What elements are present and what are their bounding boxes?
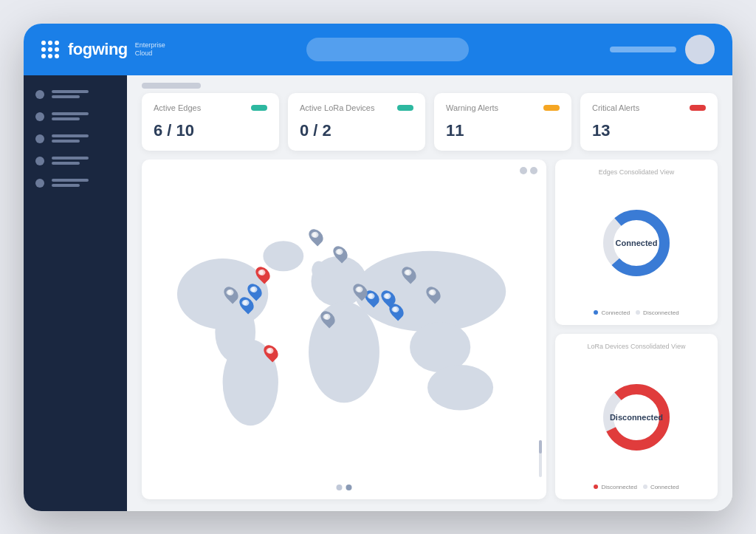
map-marker: [427, 286, 439, 305]
chart-legend-1: Disconnected Connected: [594, 484, 678, 490]
stat-value-1: 0 / 2: [300, 121, 413, 140]
sidebar-dot: [35, 179, 44, 188]
stat-value-3: 13: [592, 121, 706, 140]
top-navigation: fogwing Enterprise Cloud: [24, 24, 732, 75]
map-marker: [403, 266, 415, 285]
map-marker: [257, 266, 269, 285]
sidebar-item-0[interactable]: [35, 90, 115, 99]
stat-label-1: Active LoRa Devices: [300, 103, 375, 112]
sidebar-dot: [35, 112, 44, 121]
donut-label-1: Disconnected: [610, 413, 663, 422]
map-marker: [310, 228, 322, 247]
stat-indicator-3: [690, 105, 706, 111]
sidebar-dot: [35, 90, 44, 99]
map-marker: [391, 303, 402, 322]
stat-indicator-1: [397, 105, 413, 111]
stat-card-1: Active LoRa Devices 0 / 2: [288, 93, 425, 151]
sidebar-item-3[interactable]: [35, 157, 115, 165]
map-marker: [249, 283, 261, 302]
sidebar-item-2[interactable]: [35, 134, 115, 143]
stats-row: Active Edges 6 / 10 Active LoRa Devices …: [127, 93, 732, 160]
map-marker: [334, 245, 346, 264]
map-marker: [322, 310, 334, 329]
stat-label-2: Warning Alerts: [446, 103, 498, 112]
chart-card-1: LoRa Devices Consolidated View Disconnec…: [555, 334, 718, 499]
stat-indicator-2: [543, 105, 560, 111]
stat-card-0: Active Edges 6 / 10: [142, 93, 279, 151]
sidebar-dot: [35, 134, 44, 143]
chart-card-0: Edges Consolidated View Connected C: [555, 160, 718, 325]
map-marker: [265, 344, 277, 363]
markers-container: [142, 160, 546, 499]
app-frame: fogwing Enterprise Cloud: [24, 24, 732, 511]
sidebar-item-4[interactable]: [35, 179, 115, 188]
sidebar-item-1[interactable]: [35, 112, 115, 121]
stat-indicator-0: [251, 105, 267, 111]
nav-right: [610, 35, 715, 64]
map-marker: [354, 283, 366, 302]
logo-text: fogwing: [68, 40, 128, 59]
avatar[interactable]: [685, 35, 715, 64]
donut-1: Disconnected: [596, 356, 677, 479]
stat-value-0: 6 / 10: [154, 121, 267, 140]
stat-card-3: Critical Alerts 13: [580, 93, 718, 151]
stat-card-2: Warning Alerts 11: [434, 93, 571, 151]
main-layout: Active Edges 6 / 10 Active LoRa Devices …: [24, 75, 732, 511]
breadcrumb: [127, 75, 732, 93]
chart-legend-0: Connected Disconnected: [594, 309, 678, 316]
pagination-dots: [337, 485, 352, 490]
map-panel: [142, 160, 546, 499]
sidebar: [24, 75, 127, 511]
search-input[interactable]: [306, 38, 469, 61]
logo: fogwing Enterprise Cloud: [41, 40, 165, 59]
chart-title-0: Edges Consolidated View: [564, 168, 709, 176]
sidebar-dot: [35, 157, 44, 165]
map-marker: [366, 290, 378, 309]
logo-subtitle: Enterprise Cloud: [135, 41, 165, 58]
map-marker: [225, 286, 237, 305]
stat-value-2: 11: [446, 121, 560, 140]
scrollbar-track[interactable]: [539, 440, 542, 477]
donut-0: Connected: [596, 182, 677, 305]
charts-panel: Edges Consolidated View Connected C: [555, 160, 718, 499]
stat-label-3: Critical Alerts: [592, 103, 639, 112]
chart-title-1: LoRa Devices Consolidated View: [564, 343, 709, 350]
search-area: [165, 38, 610, 61]
nav-links: [610, 47, 676, 52]
stat-label-0: Active Edges: [154, 103, 201, 112]
logo-icon: [41, 41, 59, 58]
bottom-section: Edges Consolidated View Connected C: [127, 160, 732, 511]
content-area: Active Edges 6 / 10 Active LoRa Devices …: [127, 75, 732, 511]
donut-label-0: Connected: [616, 239, 658, 247]
